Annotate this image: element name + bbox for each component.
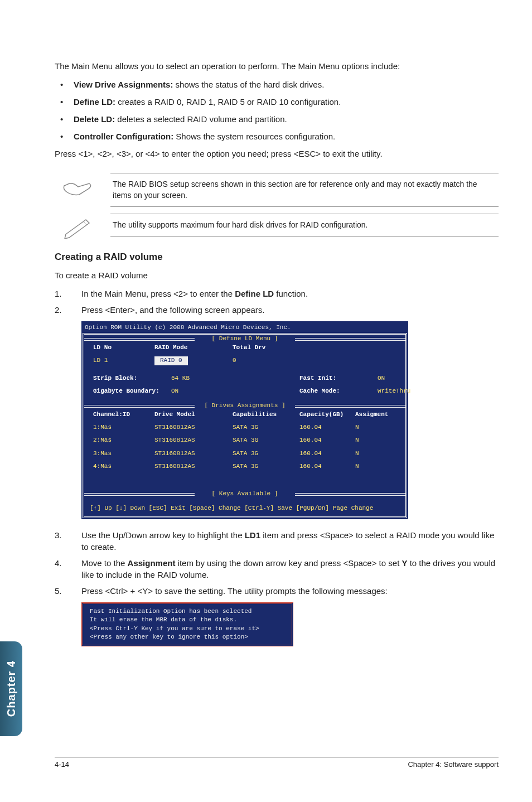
bullet-rest: deletes a selected RAID volume and parti… (115, 114, 287, 124)
page-footer: 4-14 Chapter 4: Software support (55, 757, 499, 769)
bios-drive-assign: N (355, 423, 396, 432)
bullet-bold: Controller Configuration: (74, 132, 173, 141)
bios-label-text: [ Keys Available ] (212, 490, 278, 497)
footer-chapter-title: Chapter 4: Software support (408, 760, 499, 769)
intro-text: The Main Menu allows you to select an op… (55, 60, 499, 72)
bios-raid-highlight: RAID 0 (154, 356, 233, 365)
bios-col-model: Drive Model (154, 410, 233, 419)
bios-col-capacity: Capacity(GB) (299, 410, 355, 419)
step-text: Press <Enter>, and the following screen … (81, 305, 265, 315)
bios-drive-assign: N (355, 450, 396, 458)
hand-pointing-icon (61, 176, 95, 198)
bios-param-row: Gigabyte Boundary: ON Cache Mode: WriteT… (84, 385, 405, 398)
step-number: 4. (55, 557, 62, 569)
bios-section-label: [ Drives Assignments ] (84, 402, 405, 408)
pencil-icon (61, 216, 95, 239)
bullet-bold: View Drive Assignments: (74, 80, 173, 89)
section-subline: To create a RAID volume (55, 269, 499, 281)
step-number: 5. (55, 585, 62, 597)
footer-page-number: 4-14 (55, 760, 69, 769)
bios-fast-val: ON (378, 374, 396, 383)
step-bold: Assignment (128, 558, 176, 568)
bios-total-value: 0 (233, 356, 299, 365)
bios-fast-label: Fast Init: (299, 374, 378, 383)
bios-gb-label: Gigabyte Boundary: (93, 387, 171, 395)
note-block: The RAID BIOS setup screens shown in thi… (110, 173, 499, 207)
bios-col-ldno: LD No (93, 344, 154, 352)
bios-section-label: [ Define LD Menu ] (84, 335, 405, 341)
step-item: 4. Move to the Assignment item by using … (55, 557, 499, 581)
bios-screen: Option ROM Utility (c) 2008 Advanced Mic… (81, 321, 408, 519)
bios-cache-val: WriteThru (378, 387, 410, 395)
note-block: The utility supports maximum four hard d… (110, 214, 499, 237)
bullet-bold: Define LD: (74, 97, 115, 107)
bios-drive-capacity: 160.04 (299, 423, 355, 432)
warning-box: Fast Initialization Option has been sele… (81, 602, 293, 647)
step-text: In the Main Menu, press <2> to enter the (81, 289, 235, 298)
step-number: 1. (55, 288, 62, 299)
bios-drive-assign: N (355, 436, 396, 445)
bios-body: [ Define LD Menu ] LD No RAID Mode Total… (83, 333, 407, 518)
steps-list: 1. In the Main Menu, press <2> to enter … (55, 288, 499, 316)
bios-drive-cap: SATA 3G (233, 450, 299, 458)
bullet-list: View Drive Assignments: shows the status… (55, 79, 499, 142)
bios-drive-ch: 3:Mas (93, 450, 154, 458)
step-item: 3. Use the Up/Down arrow key to highligh… (55, 529, 499, 553)
bios-header-row: LD No RAID Mode Total Drv (84, 341, 405, 354)
chapter-side-tab: Chapter 4 (0, 641, 22, 736)
steps-list-cont: 3. Use the Up/Down arrow key to highligh… (55, 529, 499, 597)
bios-drive-ch: 2:Mas (93, 436, 154, 445)
bios-col-raidmode: RAID Mode (154, 344, 233, 352)
bullet-item: Controller Configuration: Shows the syst… (55, 131, 499, 142)
bios-drive-assign: N (355, 462, 396, 471)
warning-line: <Press Ctrl-Y Key if you are sure to era… (90, 625, 285, 633)
step-number: 3. (55, 529, 62, 541)
step-bold: Define LD (235, 289, 274, 298)
bullet-item: Delete LD: deletes a selected RAID volum… (55, 113, 499, 125)
note-text: The utility supports maximum four hard d… (113, 220, 496, 231)
bios-drive-capacity: 160.04 (299, 450, 355, 458)
step-number: 2. (55, 304, 62, 316)
section-heading: Creating a RAID volume (55, 250, 499, 264)
bios-drive-row: 3:Mas ST3160812AS SATA 3G 160.04 N (84, 447, 405, 460)
bios-drive-model: ST3160812AS (154, 423, 233, 432)
note-text: The RAID BIOS setup screens shown in thi… (113, 179, 496, 201)
bullet-item: Define LD: creates a RAID 0, RAID 1, RAI… (55, 96, 499, 108)
bios-param-row: Strip Block: 64 KB Fast Init: ON (84, 372, 405, 385)
bios-section-label: [ Keys Available ] (84, 490, 405, 496)
bios-label-text: [ Drives Assignments ] (204, 402, 285, 409)
bios-drive-row: 1:Mas ST3160812AS SATA 3G 160.04 N (84, 421, 405, 434)
page-content: The Main Menu allows you to select an op… (55, 60, 499, 646)
bios-drive-capacity: 160.04 (299, 436, 355, 445)
bios-raid-value: RAID 0 (154, 356, 188, 365)
bios-drive-model: ST3160812AS (154, 436, 233, 445)
bios-col-cap: Capabilities (233, 410, 299, 419)
step-item: 1. In the Main Menu, press <2> to enter … (55, 288, 499, 299)
bios-drive-model: ST3160812AS (154, 450, 233, 458)
bios-col-totaldrv: Total Drv (233, 344, 299, 352)
bios-drive-row: 4:Mas ST3160812AS SATA 3G 160.04 N (84, 460, 405, 473)
bios-drives-header: Channel:ID Drive Model Capabilities Capa… (84, 408, 405, 421)
bios-col-channel: Channel:ID (93, 410, 154, 419)
bios-ld-value: LD 1 (93, 356, 154, 365)
bios-cache-label: Cache Mode: (299, 387, 378, 395)
step-text: Press <Ctrl> + <Y> to save the setting. … (81, 586, 388, 596)
bios-drive-cap: SATA 3G (233, 462, 299, 471)
bios-strip-val: 64 KB (171, 374, 233, 383)
bios-drive-cap: SATA 3G (233, 436, 299, 445)
bios-drive-cap: SATA 3G (233, 423, 299, 432)
step-text: Use the Up/Down arrow key to highlight t… (81, 530, 245, 540)
warning-line: Fast Initialization Option has been sele… (90, 607, 285, 616)
bullet-rest: Shows the system resources configuration… (173, 132, 335, 141)
bullet-rest: creates a RAID 0, RAID 1, RAID 5 or RAID… (115, 97, 341, 107)
bios-drive-model: ST3160812AS (154, 462, 233, 471)
step-bold: Y (402, 558, 407, 568)
bios-title: Option ROM Utility (c) 2008 Advanced Mic… (83, 322, 407, 333)
bullet-item: View Drive Assignments: shows the status… (55, 79, 499, 90)
bullet-rest: shows the status of the hard disk drives… (173, 80, 324, 89)
bios-drive-capacity: 160.04 (299, 462, 355, 471)
step-text: Move to the (81, 558, 128, 568)
bios-drive-row: 2:Mas ST3160812AS SATA 3G 160.04 N (84, 434, 405, 447)
warning-line: <Press any other key to ignore this opti… (90, 633, 285, 641)
bullet-bold: Delete LD: (74, 114, 115, 124)
